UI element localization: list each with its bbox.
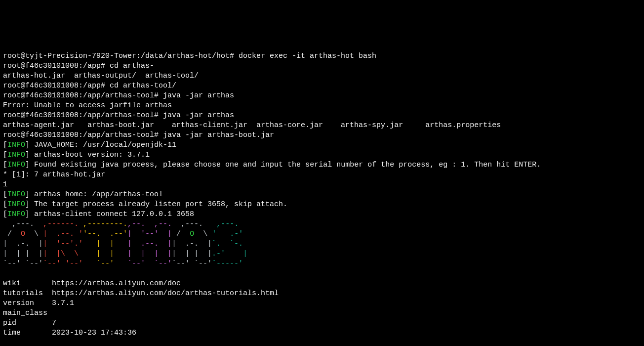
line: root@f46c30101008:/app/arthas-tool# java… [3, 91, 234, 100]
line: root@f46c30101008:/app# cd arthas- [3, 62, 154, 70]
line: root@f46c30101008:/app# cd arthas-tool/ [3, 82, 176, 90]
log-line: [INFO] JAVA_HOME: /usr/local/openjdk-11 [3, 141, 176, 149]
log-line: [INFO] Found existing java process, plea… [3, 161, 541, 169]
meta-line: main_class [3, 309, 47, 317]
shell-prompt: root@f46c30101008:/app/arthas-tool# [3, 111, 159, 120]
command: cd arthas- [105, 62, 154, 70]
log-line: [INFO] The target process already listen… [3, 200, 287, 209]
command: docker exec -it arthas-hot bash [234, 52, 376, 60]
line: root@tyjt-Precision-7920-Tower:/data/art… [3, 52, 376, 60]
error: Error: Unable to access jarfile arthas [3, 101, 172, 110]
command: java -jar arthas [159, 111, 234, 120]
terminal[interactable]: root@tyjt-Precision-7920-Tower:/data/art… [3, 42, 641, 346]
log-line: [INFO] arthas-client connect 127.0.0.1 3… [3, 210, 194, 218]
process-option: * [1]: 7 arthas-hot.jar [3, 171, 105, 179]
shell-prompt: root@f46c30101008:/app/arthas-tool# [3, 131, 159, 139]
arthas-ascii-art: ,---. ,------. ,--------.,--. ,--. ,---.… [3, 220, 247, 268]
info-tag: INFO [7, 151, 25, 159]
shell-prompt: root@tyjt-Precision-7920-Tower:/data/art… [3, 52, 234, 60]
info-tag: INFO [7, 190, 25, 199]
meta-line: version 3.7.1 [3, 299, 74, 307]
shell-prompt: root@f46c30101008:/app# [3, 62, 105, 70]
meta-line: pid 7 [3, 319, 56, 327]
user-input: 1 [3, 180, 7, 189]
line: root@f46c30101008:/app/arthas-tool# java… [3, 111, 234, 120]
command: java -jar arthas [159, 91, 234, 100]
info-tag: INFO [7, 210, 25, 218]
log-line: [INFO] arthas home: /app/arthas-tool [3, 190, 163, 199]
line: root@f46c30101008:/app/arthas-tool# java… [3, 131, 274, 139]
command: cd arthas-tool/ [105, 82, 176, 90]
info-tag: INFO [7, 200, 25, 209]
meta-line: tutorials https://arthas.aliyun.com/doc/… [3, 289, 279, 298]
info-tag: INFO [7, 141, 25, 149]
output: arthas-hot.jar arthas-output/ arthas-too… [3, 72, 199, 80]
output: arthas-agent.jar arthas-boot.jar arthas-… [3, 121, 501, 130]
shell-prompt: root@f46c30101008:/app/arthas-tool# [3, 91, 159, 100]
meta-line: wiki https://arthas.aliyun.com/doc [3, 279, 181, 288]
log-line: [INFO] arthas-boot version: 3.7.1 [3, 151, 150, 159]
shell-prompt: root@f46c30101008:/app# [3, 82, 105, 90]
meta-line: time 2023-10-23 17:43:36 [3, 329, 136, 337]
command: java -jar arthas-boot.jar [159, 131, 274, 139]
info-tag: INFO [7, 161, 25, 169]
